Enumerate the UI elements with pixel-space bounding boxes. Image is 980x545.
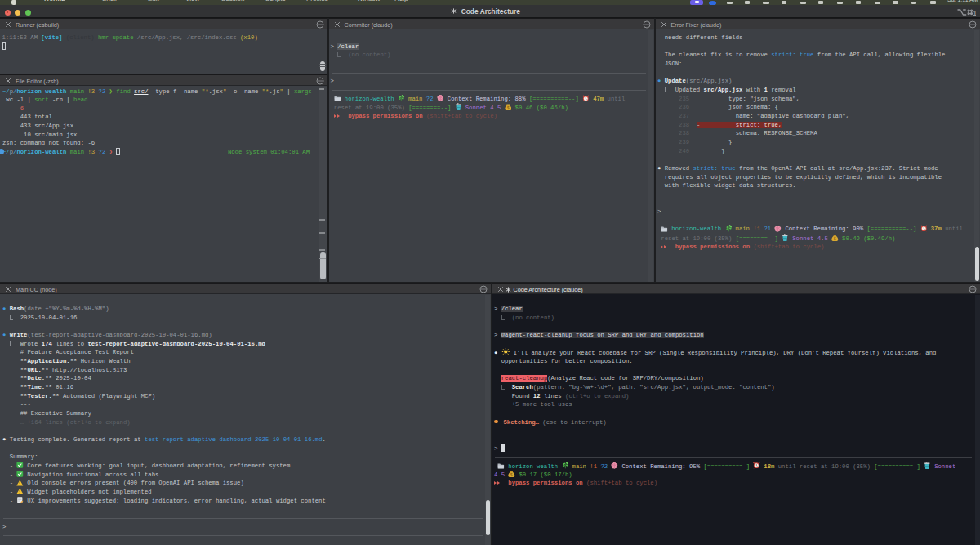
svg-text:$: $: [507, 105, 510, 109]
svg-text:1: 1: [973, 9, 976, 16]
svg-text:$: $: [510, 472, 513, 476]
svg-text:$: $: [834, 236, 836, 240]
